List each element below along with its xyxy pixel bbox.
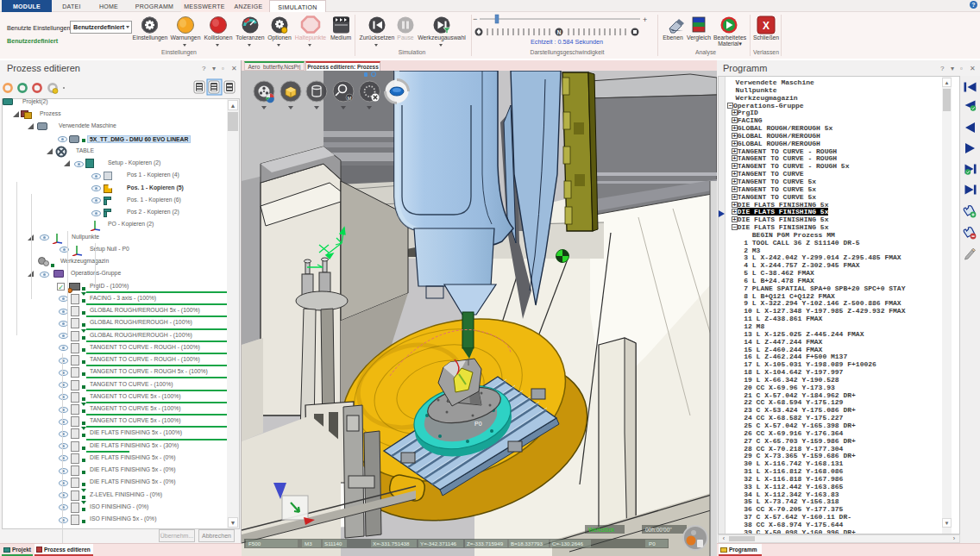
svg-text:P0: P0 [474,421,482,427]
svg-text:M: M [348,96,352,101]
svg-text:Echtzeit : 0.584 Sekunden: Echtzeit : 0.584 Sekunden [531,38,603,46]
svg-text:M3: M3 [305,540,312,547]
svg-text:X=-331.751438: X=-331.751438 [373,540,410,547]
svg-text:C=-130.2646: C=-130.2646 [552,540,584,547]
svg-text:00h:00'00'': 00h:00'00'' [645,527,672,533]
svg-text:B=18.337793: B=18.337793 [511,540,543,547]
svg-text:+: + [643,16,647,24]
svg-text:N: N [557,29,562,35]
svg-text:Y=-342.371146: Y=-342.371146 [420,540,457,547]
svg-text:X: X [763,20,770,32]
svg-text:F500: F500 [248,540,261,547]
svg-text:P0: P0 [649,540,656,547]
svg-text:Z=-333.715949: Z=-333.715949 [467,540,504,547]
svg-text:S11140: S11140 [324,540,342,547]
svg-text:−: − [473,15,477,23]
svg-text:Werkstück: Werkstück [588,527,615,533]
